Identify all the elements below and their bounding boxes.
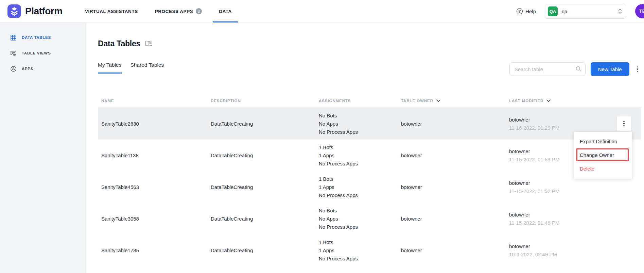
table-grid-icon	[10, 34, 17, 41]
cell-owner: botowner	[398, 247, 506, 253]
cell-assignments: 1 Bots 1 Apps No Process Apps	[315, 238, 398, 263]
brand[interactable]: Platform	[0, 4, 79, 18]
sort-chevron-down-icon[interactable]	[436, 99, 440, 102]
page-title: Data Tables	[98, 39, 140, 48]
cell-name: SanityTable1138	[98, 152, 207, 158]
tab-my-tables[interactable]: My Tables	[98, 62, 122, 74]
cell-description: DataTableCreating	[207, 184, 315, 190]
cell-name: SanityTable2630	[98, 121, 207, 127]
table-tabs: My Tables Shared Tables	[98, 62, 164, 74]
column-header-table-owner[interactable]: TABLE OWNER	[398, 99, 506, 103]
table-body: SanityTable2630 DataTableCreating No Bot…	[98, 108, 641, 266]
nav-label: PROCESS APPS	[155, 9, 193, 14]
table-header-row: NAME DESCRIPTION ASSIGNMENTS TABLE OWNER…	[98, 94, 641, 108]
help-icon: ?	[517, 8, 523, 14]
apps-icon	[10, 66, 17, 72]
menu-item-delete[interactable]: Delete	[574, 162, 632, 175]
cell-name: SanityTable4563	[98, 184, 207, 190]
cell-assignments: 1 Bots 1 Apps No Process Apps	[315, 175, 398, 199]
toolbar-kebab-menu-icon[interactable]	[634, 64, 641, 74]
sidebar-item-table-views[interactable]: TABLE VIEWS	[0, 45, 86, 61]
help-button[interactable]: ? Help	[517, 8, 536, 14]
cell-last-modified: botowner 11-15-2022, 01:48 PM	[506, 203, 641, 235]
chevron-updown-icon	[618, 8, 622, 14]
table-row[interactable]: SanityTable4563 DataTableCreating 1 Bots…	[98, 171, 641, 203]
data-tables-table: NAME DESCRIPTION ASSIGNMENTS TABLE OWNER…	[98, 94, 641, 266]
search-icon	[576, 66, 581, 72]
nav-label: VIRTUAL ASSISTANTS	[85, 9, 138, 14]
cell-name: SanityTable1785	[98, 247, 207, 253]
cell-assignments: No Bots No Apps No Process Apps	[315, 112, 398, 136]
sidebar-item-label: APPS	[22, 67, 33, 71]
sidebar-item-label: DATA TABLES	[22, 35, 51, 39]
column-header-description: DESCRIPTION	[207, 99, 315, 103]
table-row[interactable]: SanityTable1785 DataTableCreating 1 Bots…	[98, 235, 641, 266]
workspace-badge: QA	[548, 6, 558, 16]
sort-chevron-down-icon[interactable]	[546, 99, 551, 102]
sidebar-item-apps[interactable]: APPS	[0, 61, 86, 77]
row-context-menu: Export Definition Change Owner Delete	[574, 132, 632, 179]
search-input[interactable]	[509, 62, 586, 76]
cell-owner: botowner	[398, 152, 506, 158]
nav-process-apps[interactable]: PROCESS APPS β	[154, 0, 203, 22]
sidebar: DATA TABLES TABLE VIEWS APPS	[0, 23, 86, 273]
menu-item-export-definition[interactable]: Export Definition	[574, 135, 632, 147]
column-header-name: NAME	[98, 99, 207, 103]
help-label: Help	[525, 9, 536, 14]
cell-assignments: 1 Bots 1 Apps No Process Apps	[315, 143, 398, 168]
cell-owner: botowner	[398, 121, 506, 127]
nav-label: DATA	[219, 9, 232, 14]
beta-badge: β	[196, 8, 202, 14]
table-views-icon	[10, 50, 17, 57]
annotation-highlight: Change Owner	[576, 148, 629, 161]
sidebar-item-data-tables[interactable]: DATA TABLES	[0, 30, 86, 45]
tab-shared-tables[interactable]: Shared Tables	[130, 62, 164, 74]
nav-virtual-assistants[interactable]: VIRTUAL ASSISTANTS	[84, 0, 139, 22]
cell-last-modified: botowner 10-3-2022, 02:49 PM	[506, 235, 641, 266]
search-box	[509, 62, 586, 76]
nav-data[interactable]: DATA	[218, 0, 232, 22]
cell-description: DataTableCreating	[207, 121, 315, 127]
platform-logo-icon	[7, 4, 21, 18]
workspace-select[interactable]: QA qa	[545, 4, 626, 19]
cell-description: DataTableCreating	[207, 216, 315, 222]
column-header-assignments: ASSIGNMENTS	[315, 99, 398, 103]
top-bar: Platform VIRTUAL ASSISTANTS PROCESS APPS…	[0, 0, 644, 23]
table-row[interactable]: SanityTable3058 DataTableCreating No Bot…	[98, 203, 641, 235]
row-kebab-menu-icon[interactable]	[617, 116, 631, 131]
documentation-book-icon[interactable]	[145, 41, 153, 47]
brand-name: Platform	[25, 6, 63, 17]
new-table-button[interactable]: New Table	[591, 62, 629, 76]
cell-owner: botowner	[398, 184, 506, 190]
avatar[interactable]: TE	[635, 4, 644, 18]
toolbar: New Table	[509, 62, 641, 76]
main-nav: VIRTUAL ASSISTANTS PROCESS APPS β DATA	[84, 0, 232, 22]
cell-owner: botowner	[398, 216, 506, 222]
column-header-last-modified[interactable]: LAST MODIFIED	[506, 99, 641, 103]
cell-description: DataTableCreating	[207, 152, 315, 158]
cell-name: SanityTable3058	[98, 216, 207, 222]
table-row[interactable]: SanityTable1138 DataTableCreating 1 Bots…	[98, 140, 641, 171]
menu-item-change-owner[interactable]: Change Owner	[577, 149, 628, 160]
workspace-name: qa	[562, 9, 614, 14]
main-content: Data Tables My Tables Shared Tables New …	[86, 23, 644, 273]
sidebar-item-label: TABLE VIEWS	[22, 51, 51, 55]
table-row[interactable]: SanityTable2630 DataTableCreating No Bot…	[98, 108, 641, 140]
cell-description: DataTableCreating	[207, 247, 315, 253]
top-bar-right: ? Help QA qa TE	[517, 4, 644, 19]
cell-assignments: No Bots No Apps No Process Apps	[315, 207, 398, 231]
